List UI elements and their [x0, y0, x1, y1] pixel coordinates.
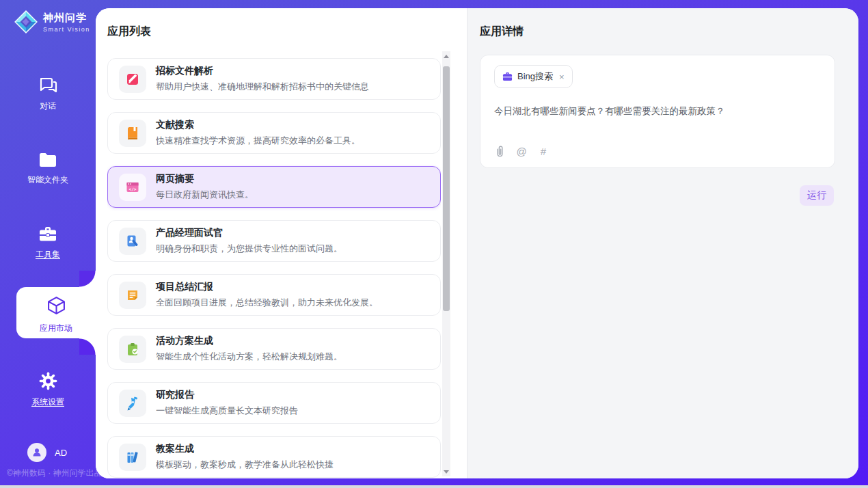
cube-icon	[47, 296, 66, 315]
app-card-title: 项目总结汇报	[156, 281, 378, 293]
user-initials: AD	[55, 448, 67, 458]
sidebar-item-label: 对话	[0, 100, 96, 112]
app-card-literature-search[interactable]: 文献搜索 快速精准查找学术资源，提高研究效率的必备工具。	[107, 112, 441, 154]
app-card-description: 每日政府新闻资讯快查。	[156, 189, 254, 201]
app-card-title: 活动方案生成	[156, 335, 342, 347]
edit-document-icon	[119, 66, 146, 93]
bottom-edge-strip	[0, 485, 868, 488]
app-list: 招标文件解析 帮助用户快速、准确地理解和解析招标书中的关键信息 文献搜索	[107, 58, 441, 478]
app-card-bid-analysis[interactable]: 招标文件解析 帮助用户快速、准确地理解和解析招标书中的关键信息	[107, 58, 441, 100]
person-icon	[31, 447, 42, 458]
main-content: 应用列表 招标文件解析 帮助用户快速、准确地理解和解析招标书中的关键信息	[96, 8, 858, 478]
brand-subtitle: Smart Vision	[43, 26, 90, 33]
sidebar-item-label: 智能文件夹	[0, 174, 96, 186]
resume-pen-icon	[119, 228, 146, 255]
sidebar-item-label: 应用市场	[16, 323, 96, 334]
user-account[interactable]: AD	[27, 443, 67, 462]
gem-logo-icon	[14, 10, 38, 34]
tool-tag-label: Bing搜索	[517, 70, 553, 83]
sidebar-item-smart-folder[interactable]: 智能文件夹	[0, 152, 96, 186]
books-icon	[119, 444, 146, 471]
mention-icon[interactable]: @	[516, 144, 527, 158]
app-card-project-summary[interactable]: 项目总结汇报 全面回顾项目进展，总结经验教训，助力未来优化发展。	[107, 274, 441, 316]
app-card-lesson-plan[interactable]: 教案生成 模板驱动，教案秒成，教学准备从此轻松快捷	[107, 436, 441, 478]
briefcase-icon	[502, 72, 513, 81]
sidebar-item-toolset[interactable]: 工具集	[0, 226, 96, 260]
scrollbar-up-arrow-icon[interactable]	[442, 51, 450, 61]
chat-icon	[38, 77, 57, 94]
scrollbar-down-arrow-icon[interactable]	[442, 467, 450, 476]
sidebar-item-label: 工具集	[0, 249, 96, 260]
browser-code-icon: </>	[119, 174, 146, 201]
query-editor-card: Bing搜索 × 今日湖北有哪些新闻要点？有哪些需要关注的最新政策？ @ #	[480, 55, 835, 168]
app-card-description: 一键智能生成高质量长文本研究报告	[156, 405, 298, 417]
app-card-description: 智能生成个性化活动方案，轻松解决规划难题。	[156, 351, 342, 363]
app-card-web-summary[interactable]: </> 网页摘要 每日政府新闻资讯快查。	[107, 166, 441, 208]
app-window: 神州问学 Smart Vision 对话 智能文件夹	[0, 0, 868, 488]
svg-text:</>: </>	[129, 186, 137, 191]
app-card-description: 帮助用户快速、准确地理解和解析招标书中的关键信息	[156, 81, 369, 93]
app-card-pm-interviewer[interactable]: 产品经理面试官 明确身份和职责，为您提供专业性的面试问题。	[107, 220, 441, 262]
ink-pen-icon	[119, 390, 146, 417]
app-detail-title: 应用详情	[480, 25, 524, 39]
app-list-title: 应用列表	[107, 25, 151, 39]
attachment-icon[interactable]	[494, 144, 505, 158]
sidebar-item-label: 系统设置	[0, 396, 96, 408]
gear-icon	[39, 372, 57, 390]
clipboard-check-icon	[119, 336, 146, 363]
app-card-title: 产品经理面试官	[156, 227, 342, 239]
report-note-icon	[119, 282, 146, 309]
scrollbar-thumb[interactable]	[443, 66, 450, 311]
app-card-description: 全面回顾项目进展，总结经验教训，助力未来优化发展。	[156, 297, 378, 309]
sidebar-item-chat[interactable]: 对话	[0, 77, 96, 112]
app-card-title: 教案生成	[156, 443, 334, 455]
app-card-description: 明确身份和职责，为您提供专业性的面试问题。	[156, 243, 342, 255]
question-text[interactable]: 今日湖北有哪些新闻要点？有哪些需要关注的最新政策？	[494, 105, 821, 118]
app-list-panel: 应用列表 招标文件解析 帮助用户快速、准确地理解和解析招标书中的关键信息	[96, 8, 467, 478]
sidebar: 神州问学 Smart Vision 对话 智能文件夹	[0, 0, 96, 488]
app-detail-panel: 应用详情 Bing搜索 × 今日湖北有哪些新闻要点？有哪些需要关注的最新政策？	[467, 8, 858, 478]
sidebar-footer: ©神州数码 · 神州问学出品	[7, 467, 103, 479]
app-list-scrollbar[interactable]	[442, 51, 450, 476]
toolbox-icon	[38, 226, 57, 243]
editor-toolbar: @ #	[494, 144, 549, 158]
book-icon	[119, 120, 146, 147]
brand-logo: 神州问学 Smart Vision	[14, 10, 90, 34]
app-card-title: 文献搜索	[156, 119, 360, 131]
avatar	[27, 443, 46, 462]
app-card-title: 研究报告	[156, 389, 298, 401]
run-button[interactable]: 运行	[800, 185, 834, 206]
sidebar-item-app-market[interactable]: 应用市场	[16, 287, 96, 338]
app-card-research-report[interactable]: 研究报告 一键智能生成高质量长文本研究报告	[107, 382, 441, 424]
tab-fillet-bottom	[79, 338, 96, 355]
app-card-event-plan[interactable]: 活动方案生成 智能生成个性化活动方案，轻松解决规划难题。	[107, 328, 441, 370]
folder-icon	[38, 152, 57, 168]
app-card-title: 招标文件解析	[156, 65, 369, 77]
app-card-title: 网页摘要	[156, 173, 254, 185]
sidebar-item-settings[interactable]: 系统设置	[0, 372, 96, 408]
close-icon[interactable]: ×	[559, 72, 565, 82]
tool-tag-bing-search[interactable]: Bing搜索 ×	[494, 65, 573, 88]
tab-fillet-top	[79, 271, 96, 287]
brand-name: 神州问学	[43, 12, 90, 25]
app-card-description: 模板驱动，教案秒成，教学准备从此轻松快捷	[156, 459, 334, 471]
app-card-description: 快速精准查找学术资源，提高研究效率的必备工具。	[156, 135, 360, 147]
hash-icon[interactable]: #	[538, 144, 549, 158]
